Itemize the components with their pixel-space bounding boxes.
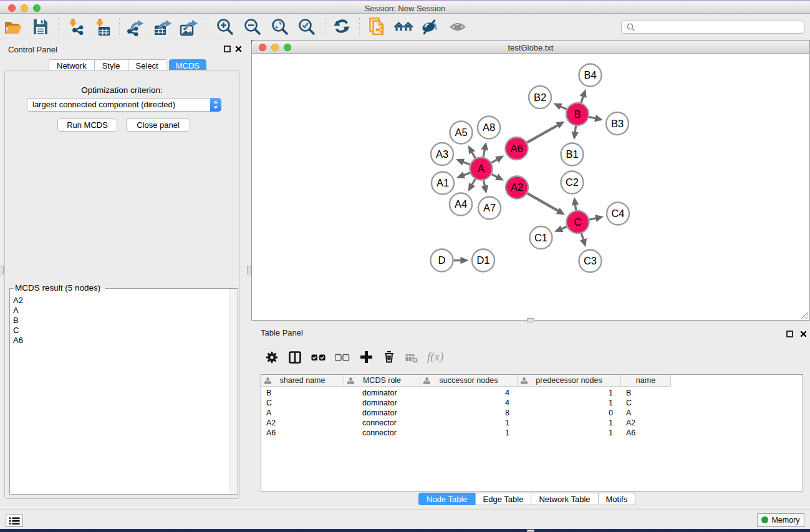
svg-text:C3: C3 <box>584 255 597 266</box>
svg-text:B4: B4 <box>584 69 596 80</box>
svg-text:A4: A4 <box>455 198 467 210</box>
svg-text:A5: A5 <box>455 127 467 138</box>
svg-text:A: A <box>478 163 485 174</box>
svg-text:A1: A1 <box>436 177 449 188</box>
svg-text:B2: B2 <box>534 92 546 103</box>
svg-text:C4: C4 <box>611 208 624 219</box>
svg-text:C2: C2 <box>566 177 579 188</box>
svg-text:D: D <box>438 254 446 266</box>
svg-text:C: C <box>574 216 582 228</box>
svg-text:A2: A2 <box>511 181 523 193</box>
svg-text:B: B <box>574 109 581 120</box>
svg-text:B1: B1 <box>566 148 578 160</box>
svg-text:A8: A8 <box>483 122 495 133</box>
svg-text:B3: B3 <box>611 118 624 129</box>
svg-text:C1: C1 <box>534 232 547 243</box>
svg-text:A6: A6 <box>510 143 523 154</box>
svg-text:D1: D1 <box>476 254 489 266</box>
svg-text:A7: A7 <box>483 202 496 213</box>
svg-text:A3: A3 <box>436 148 448 160</box>
